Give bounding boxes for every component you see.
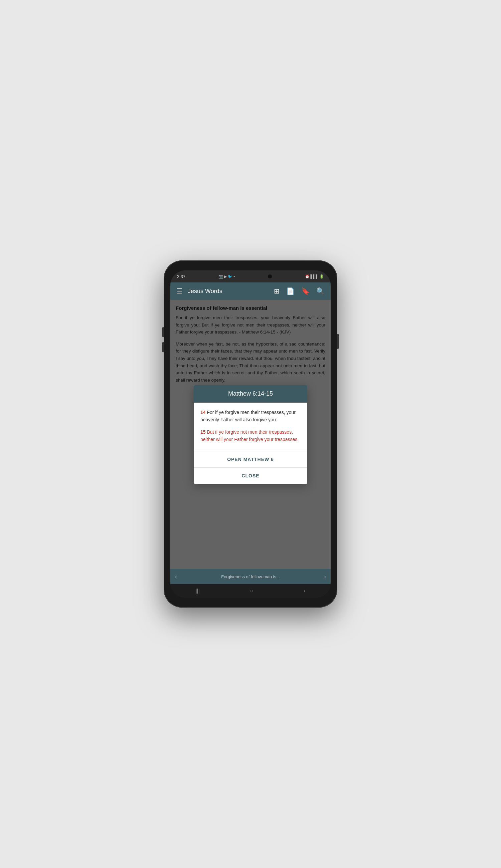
search-icon[interactable]: 🔍 bbox=[315, 286, 326, 296]
system-icons: ⏰ ▌▌▌ 🔋 bbox=[305, 274, 324, 279]
phone-device: 3:37 📷 ▶ 🐦 • ⏰ ▌▌▌ 🔋 ☰ Jesus Words ⊞ 📄 🔖… bbox=[164, 260, 337, 608]
bottom-nav-label: Forgiveness of fellow-man is... bbox=[177, 574, 324, 579]
modal-header: Matthew 6:14-15 bbox=[194, 385, 307, 403]
open-matthew-button[interactable]: OPEN MATTHEW 6 bbox=[194, 451, 307, 467]
volume-up-button[interactable] bbox=[162, 327, 164, 337]
back-button[interactable]: ‹ bbox=[303, 588, 305, 594]
verse-14-number: 14 bbox=[200, 410, 206, 415]
volume-down-button[interactable] bbox=[162, 342, 164, 352]
list-icon[interactable]: ⊞ bbox=[273, 286, 281, 296]
home-button[interactable]: ○ bbox=[250, 588, 254, 594]
app-title: Jesus Words bbox=[188, 288, 268, 295]
modal-overlay: Matthew 6:14-15 14 For if ye forgive men… bbox=[170, 300, 331, 569]
next-arrow[interactable]: › bbox=[324, 573, 326, 580]
status-bar: 3:37 📷 ▶ 🐦 • ⏰ ▌▌▌ 🔋 bbox=[170, 270, 331, 282]
add-icon[interactable]: 📄 bbox=[285, 286, 296, 296]
verse-modal: Matthew 6:14-15 14 For if ye forgive men… bbox=[194, 385, 307, 484]
verse-15: 15 But if ye forgive not men their tresp… bbox=[200, 428, 301, 443]
notification-icons: 📷 ▶ 🐦 • bbox=[218, 274, 235, 279]
modal-title: Matthew 6:14-15 bbox=[228, 390, 273, 397]
front-camera bbox=[268, 274, 272, 279]
system-navigation: ||| ○ ‹ bbox=[170, 584, 331, 598]
verse-15-number: 15 bbox=[200, 429, 206, 435]
verse-14: 14 For if ye forgive men their trespasse… bbox=[200, 409, 301, 424]
recent-apps-button[interactable]: ||| bbox=[195, 588, 199, 594]
main-content: Forgiveness of fellow-man is essential F… bbox=[170, 300, 331, 569]
phone-screen: 3:37 📷 ▶ 🐦 • ⏰ ▌▌▌ 🔋 ☰ Jesus Words ⊞ 📄 🔖… bbox=[170, 270, 331, 598]
verse-14-text: For if ye forgive men their trespasses, … bbox=[200, 410, 296, 422]
app-bar: ☰ Jesus Words ⊞ 📄 🔖 🔍 bbox=[170, 282, 331, 300]
bookmark-icon[interactable]: 🔖 bbox=[300, 286, 311, 296]
menu-icon[interactable]: ☰ bbox=[175, 286, 184, 296]
modal-body: 14 For if ye forgive men their trespasse… bbox=[194, 403, 307, 451]
bottom-navigation: ‹ Forgiveness of fellow-man is... › bbox=[170, 569, 331, 584]
power-button[interactable] bbox=[337, 334, 339, 349]
verse-15-text: But if ye forgive not men their trespass… bbox=[200, 429, 299, 442]
status-time: 3:37 bbox=[177, 274, 185, 279]
close-button[interactable]: CLOSE bbox=[194, 468, 307, 484]
